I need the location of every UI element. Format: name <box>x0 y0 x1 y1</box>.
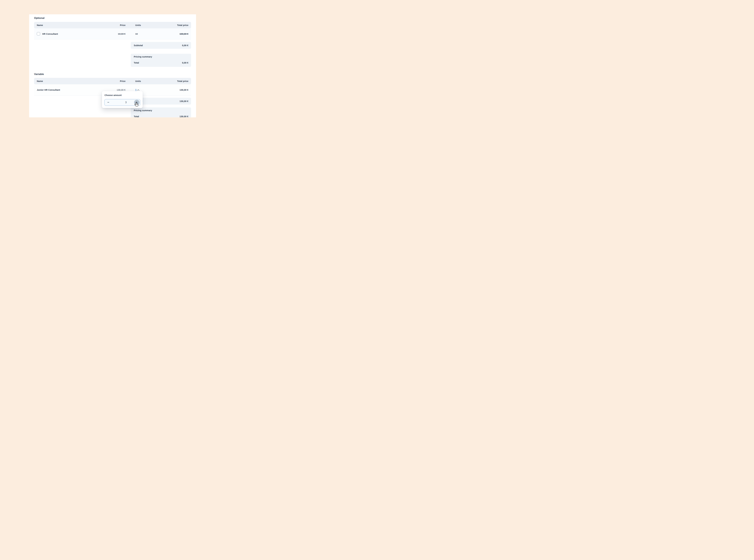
column-header-units: Units <box>125 24 151 26</box>
column-header-name: Name <box>34 24 100 26</box>
row-price: 10,00 € <box>100 33 125 35</box>
amount-stepper[interactable]: − 3 + <box>104 99 140 106</box>
total-value: 130,00 € <box>180 115 188 117</box>
pricing-summary-title: Pricing summary <box>134 109 188 112</box>
optional-table-header: Name Price Units Total price <box>34 22 191 28</box>
column-header-name: Name <box>34 80 100 82</box>
total-label: Total <box>134 115 139 117</box>
row-total-price: 130,00 € <box>151 88 191 91</box>
hr-consultant-checkbox[interactable] <box>37 32 40 36</box>
row-name-label: Junior HR Consultant <box>37 88 60 91</box>
column-header-total-price: Total price <box>151 24 191 26</box>
subtotal-box: Subtotal 0,00 € <box>131 42 191 49</box>
column-header-price: Price <box>100 24 125 26</box>
optional-section-title: Optional <box>34 17 191 20</box>
increase-button[interactable]: + <box>134 100 140 105</box>
pricing-summary-title: Pricing summary <box>134 56 188 58</box>
variable-section-title: Variable <box>34 73 191 76</box>
row-units: 10 <box>135 33 138 35</box>
chevron-up-icon[interactable] <box>137 88 140 91</box>
column-header-total-price: Total price <box>151 80 191 82</box>
subtotal-label: Subtotal <box>134 44 143 47</box>
column-header-price: Price <box>100 80 125 82</box>
subtotal-value: 0,00 € <box>182 44 188 47</box>
total-value: 0,00 € <box>182 62 188 64</box>
popover-title: Choose amount <box>104 94 140 97</box>
units-amount-link[interactable]: 1 <box>135 88 137 91</box>
row-price: 130,00 € <box>100 88 125 91</box>
subtotal-value: 130,00 € <box>180 100 188 102</box>
column-header-units: Units <box>125 80 151 82</box>
row-name-label: HR Consultant <box>42 33 58 35</box>
row-total-price: 100,00 € <box>151 33 191 35</box>
table-row: HR Consultant 10,00 € 10 100,00 € <box>34 28 191 39</box>
pricing-summary-box: Pricing summary Total 0,00 € <box>131 54 191 67</box>
variable-table-header: Name Price Units Total price <box>34 78 191 84</box>
choose-amount-popover: Choose amount − 3 + <box>102 91 143 108</box>
pricing-summary-box: Pricing summary Total 130,00 € <box>131 107 191 117</box>
decrease-button[interactable]: − <box>105 101 112 104</box>
total-label: Total <box>134 62 139 64</box>
page-background: { "sections": [ { "title": "Optional", "… <box>0 0 226 140</box>
